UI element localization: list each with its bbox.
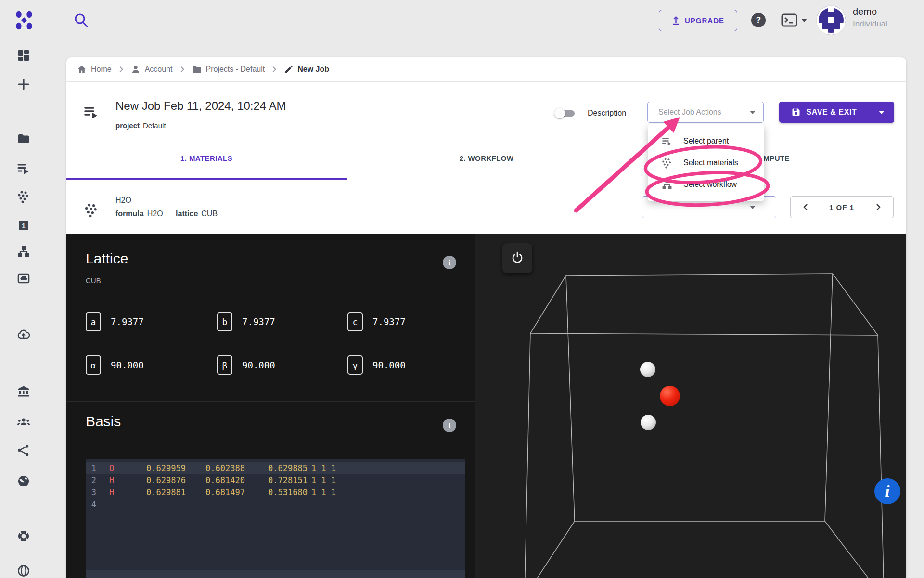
sidebar-item-support[interactable] — [17, 529, 30, 543]
tab-materials[interactable]: 1. MATERIALS — [66, 154, 346, 162]
basis-title: Basis — [86, 413, 121, 430]
workflow-tree-icon — [17, 245, 30, 258]
param-symbol: γ — [347, 355, 363, 375]
sidebar-item-dashboard[interactable] — [17, 49, 30, 62]
chevron-right-icon — [270, 65, 279, 74]
viewer-3d[interactable]: i — [475, 234, 906, 578]
save-options-button[interactable] — [869, 111, 894, 114]
pagination-label: 1 OF 1 — [821, 197, 862, 218]
lattice-param-alpha[interactable]: α 90.000 — [86, 355, 144, 375]
sidebar-item-jobs[interactable] — [17, 162, 30, 175]
sidebar-item-workflows[interactable] — [17, 245, 30, 258]
tab-workflow[interactable]: 2. WORKFLOW — [346, 154, 627, 162]
globe-icon — [17, 474, 30, 488]
sidebar-item-materials[interactable] — [17, 190, 30, 203]
account-icon — [131, 65, 141, 74]
lattice-param-beta[interactable]: β 90.000 — [217, 355, 275, 375]
param-value: 90.000 — [111, 360, 144, 370]
project-value: Default — [143, 121, 166, 130]
breadcrumb-account[interactable]: Account — [131, 65, 173, 74]
save-exit-split-button: SAVE & EXIT — [779, 102, 894, 123]
param-symbol: α — [86, 355, 101, 375]
user-name[interactable]: demo — [853, 6, 877, 17]
sidebar-item-media[interactable] — [17, 272, 30, 285]
save-icon — [791, 107, 801, 117]
job-project: projectDefault — [116, 121, 166, 130]
basis-editor[interactable]: 1 O 0.629959 0.602388 0.629885 1 1 1 2 H… — [86, 459, 465, 578]
atom-sphere-white — [640, 362, 655, 377]
cloud-upload-icon — [17, 328, 30, 342]
sidebar-item-team[interactable] — [17, 415, 30, 429]
select-workflow-icon — [661, 179, 673, 190]
title-divider — [116, 118, 535, 118]
viewer-power-button[interactable] — [502, 243, 532, 273]
menu-item-select-workflow[interactable]: Select workflow — [648, 173, 764, 195]
globe-outline-icon — [17, 564, 30, 578]
sidebar-item-projects[interactable] — [17, 132, 30, 145]
help-question-icon: ? — [756, 15, 761, 25]
sidebar-item-bank-unit[interactable]: 1 — [17, 219, 30, 232]
avatar[interactable] — [817, 6, 846, 35]
breadcrumb-projects[interactable]: Projects - Default — [192, 65, 265, 74]
lattice-param-c[interactable]: c 7.9377 — [347, 312, 406, 331]
sidebar-item-new[interactable] — [17, 78, 30, 91]
param-value: 7.9377 — [372, 316, 406, 327]
viewer-info-button[interactable]: i — [874, 478, 900, 504]
pagination-next-button[interactable] — [862, 197, 893, 218]
atom-sphere-white — [641, 415, 656, 430]
upload-icon — [672, 16, 680, 25]
sidebar-item-share[interactable] — [17, 444, 30, 457]
description-toggle[interactable] — [554, 107, 577, 119]
image-cloud-icon — [17, 272, 30, 285]
menu-item-select-parent[interactable]: Select parent — [648, 130, 764, 152]
project-label: project — [116, 121, 140, 130]
console-menu-button[interactable] — [781, 13, 807, 27]
menu-item-select-materials[interactable]: Select materials — [648, 152, 764, 173]
lattice-title: Lattice — [86, 250, 128, 267]
lattice-label: lattice — [176, 210, 198, 218]
panel-divider — [66, 401, 475, 402]
lattice-param-a[interactable]: a 7.9377 — [86, 312, 144, 331]
material-name[interactable]: H2O — [116, 196, 131, 205]
breadcrumb-home[interactable]: Home — [77, 65, 112, 74]
lattice-value: CUB — [201, 210, 218, 218]
dashboard-icon — [17, 49, 30, 62]
job-actions-select[interactable]: Select Job Actions — [647, 102, 764, 123]
param-value: 90.000 — [372, 360, 406, 370]
svg-text:1: 1 — [22, 222, 26, 230]
lattice-info-button[interactable]: i — [443, 256, 456, 269]
editor-scroll-strip[interactable] — [86, 570, 465, 578]
material-item-icon-wrap — [84, 202, 99, 218]
help-button[interactable]: ? — [751, 13, 766, 27]
lattice-param-b[interactable]: b 7.9377 — [217, 312, 275, 331]
lattice-param-gamma[interactable]: γ 90.000 — [347, 355, 406, 375]
share-icon — [17, 444, 30, 457]
breadcrumb: Home Account Projects - Default New Job — [66, 57, 906, 82]
job-title[interactable]: New Job Feb 11, 2024, 10:24 AM — [116, 99, 286, 113]
chevron-down-icon — [750, 206, 756, 209]
sidebar-item-organization[interactable] — [17, 384, 30, 398]
upgrade-button[interactable]: UPGRADE — [659, 10, 737, 31]
param-symbol: a — [86, 312, 101, 331]
app-logo[interactable] — [13, 10, 35, 31]
sidebar-item-web[interactable] — [17, 474, 30, 488]
lattice-type: CUB — [86, 276, 101, 285]
jobs-list-icon — [17, 162, 30, 175]
sidebar-divider — [13, 368, 34, 368]
param-value: 90.000 — [242, 360, 275, 370]
sidebar-item-explore[interactable] — [17, 564, 30, 578]
param-value: 7.9377 — [242, 316, 275, 327]
save-exit-button[interactable]: SAVE & EXIT — [779, 102, 869, 123]
param-symbol: β — [217, 355, 232, 375]
info-icon: i — [885, 482, 889, 500]
sidebar-item-uploads[interactable] — [17, 328, 30, 342]
lifesaver-icon — [17, 529, 30, 543]
pagination-prev-button[interactable] — [791, 197, 821, 218]
material-pagination: 1 OF 1 — [790, 196, 894, 218]
power-icon — [510, 251, 525, 265]
search-button[interactable] — [73, 13, 90, 29]
basis-info-button[interactable]: i — [443, 419, 456, 432]
search-icon — [73, 13, 90, 29]
atoms-dots-icon — [17, 190, 30, 203]
chevron-right-icon — [117, 65, 126, 74]
